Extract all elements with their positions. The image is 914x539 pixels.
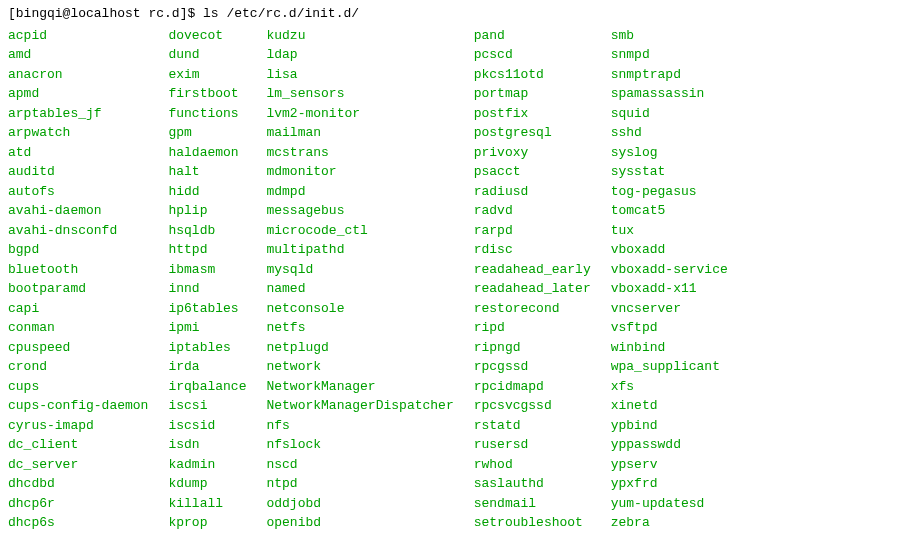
service-entry: iptables xyxy=(168,338,246,358)
service-entry: vboxadd-service xyxy=(611,260,728,280)
service-entry: kprop xyxy=(168,513,246,533)
service-entry: pcscd xyxy=(474,45,591,65)
service-entry: rarpd xyxy=(474,221,591,241)
service-entry: vncserver xyxy=(611,299,728,319)
service-entry: restorecond xyxy=(474,299,591,319)
service-entry: mysqld xyxy=(266,260,453,280)
service-entry: tux xyxy=(611,221,728,241)
service-entry: snmpd xyxy=(611,45,728,65)
service-entry: auditd xyxy=(8,162,148,182)
service-entry: vboxadd xyxy=(611,240,728,260)
service-entry: netconsole xyxy=(266,299,453,319)
service-entry: mdmonitor xyxy=(266,162,453,182)
service-entry: sendmail xyxy=(474,494,591,514)
service-entry: spamassassin xyxy=(611,84,728,104)
service-entry: saslauthd xyxy=(474,474,591,494)
service-entry: rstatd xyxy=(474,416,591,436)
service-entry: bootparamd xyxy=(8,279,148,299)
service-entry: oddjobd xyxy=(266,494,453,514)
service-entry: dund xyxy=(168,45,246,65)
service-entry: hsqldb xyxy=(168,221,246,241)
service-entry: readahead_later xyxy=(474,279,591,299)
service-entry: smb xyxy=(611,26,728,46)
service-entry: ibmasm xyxy=(168,260,246,280)
service-entry: multipathd xyxy=(266,240,453,260)
service-entry: ldap xyxy=(266,45,453,65)
service-entry: yum-updatesd xyxy=(611,494,728,514)
service-entry: firstboot xyxy=(168,84,246,104)
service-entry: pkcs11otd xyxy=(474,65,591,85)
service-entry: conman xyxy=(8,318,148,338)
service-entry: rpcsvcgssd xyxy=(474,396,591,416)
service-entry: rpcgssd xyxy=(474,357,591,377)
service-entry: cyrus-imapd xyxy=(8,416,148,436)
ls-column: kudzuldaplisalm_sensorslvm2-monitormailm… xyxy=(266,26,453,533)
service-entry: innd xyxy=(168,279,246,299)
service-entry: bluetooth xyxy=(8,260,148,280)
service-entry: lisa xyxy=(266,65,453,85)
service-entry: kadmin xyxy=(168,455,246,475)
service-entry: snmptrapd xyxy=(611,65,728,85)
service-entry: yppasswdd xyxy=(611,435,728,455)
service-entry: haldaemon xyxy=(168,143,246,163)
service-entry: cpuspeed xyxy=(8,338,148,358)
service-entry: psacct xyxy=(474,162,591,182)
ls-column: acpidamdanacronapmdarptables_jfarpwatcha… xyxy=(8,26,148,533)
service-entry: wpa_supplicant xyxy=(611,357,728,377)
service-entry: ypserv xyxy=(611,455,728,475)
service-entry: messagebus xyxy=(266,201,453,221)
service-entry: privoxy xyxy=(474,143,591,163)
service-entry: acpid xyxy=(8,26,148,46)
ls-output-listing: acpidamdanacronapmdarptables_jfarpwatcha… xyxy=(8,26,906,533)
service-entry: crond xyxy=(8,357,148,377)
service-entry: zebra xyxy=(611,513,728,533)
service-entry: ripngd xyxy=(474,338,591,358)
service-entry: amd xyxy=(8,45,148,65)
service-entry: halt xyxy=(168,162,246,182)
service-entry: iscsid xyxy=(168,416,246,436)
service-entry: winbind xyxy=(611,338,728,358)
service-entry: dhcp6s xyxy=(8,513,148,533)
service-entry: vsftpd xyxy=(611,318,728,338)
service-entry: postgresql xyxy=(474,123,591,143)
service-entry: named xyxy=(266,279,453,299)
service-entry: arptables_jf xyxy=(8,104,148,124)
service-entry: rusersd xyxy=(474,435,591,455)
service-entry: netplugd xyxy=(266,338,453,358)
service-entry: NetworkManager xyxy=(266,377,453,397)
service-entry: ipmi xyxy=(168,318,246,338)
service-entry: kudzu xyxy=(266,26,453,46)
service-entry: apmd xyxy=(8,84,148,104)
service-entry: sysstat xyxy=(611,162,728,182)
service-entry: irqbalance xyxy=(168,377,246,397)
service-entry: sshd xyxy=(611,123,728,143)
ls-column: pandpcscdpkcs11otdportmappostfixpostgres… xyxy=(474,26,591,533)
service-entry: ntpd xyxy=(266,474,453,494)
service-entry: exim xyxy=(168,65,246,85)
service-entry: radvd xyxy=(474,201,591,221)
service-entry: dovecot xyxy=(168,26,246,46)
service-entry: cups-config-daemon xyxy=(8,396,148,416)
service-entry: kdump xyxy=(168,474,246,494)
service-entry: openibd xyxy=(266,513,453,533)
service-entry: dhcp6r xyxy=(8,494,148,514)
service-entry: portmap xyxy=(474,84,591,104)
service-entry: isdn xyxy=(168,435,246,455)
service-entry: NetworkManagerDispatcher xyxy=(266,396,453,416)
service-entry: functions xyxy=(168,104,246,124)
service-entry: ip6tables xyxy=(168,299,246,319)
service-entry: dhcdbd xyxy=(8,474,148,494)
service-entry: rdisc xyxy=(474,240,591,260)
service-entry: httpd xyxy=(168,240,246,260)
service-entry: nfslock xyxy=(266,435,453,455)
service-entry: ypbind xyxy=(611,416,728,436)
service-entry: rpcidmapd xyxy=(474,377,591,397)
service-entry: xinetd xyxy=(611,396,728,416)
service-entry: arpwatch xyxy=(8,123,148,143)
service-entry: irda xyxy=(168,357,246,377)
service-entry: hidd xyxy=(168,182,246,202)
service-entry: nfs xyxy=(266,416,453,436)
service-entry: dc_client xyxy=(8,435,148,455)
service-entry: lvm2-monitor xyxy=(266,104,453,124)
service-entry: vboxadd-x11 xyxy=(611,279,728,299)
